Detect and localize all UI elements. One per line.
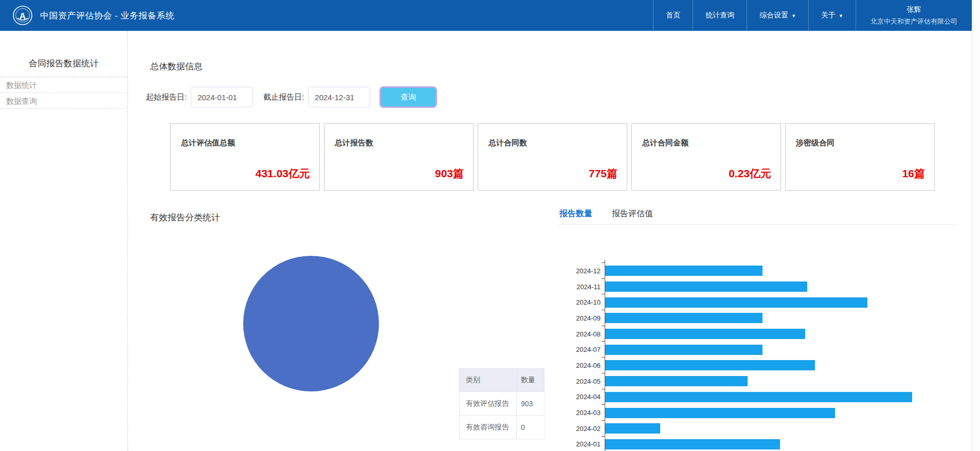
bar-track (605, 266, 955, 276)
bar-track (605, 313, 955, 323)
bar-value-fill[interactable] (605, 297, 867, 308)
main-content: 总体数据信息 起始报告日: 截止报告日: 查询 总计评估值总额431.03亿元总… (129, 31, 972, 451)
bar-track (605, 408, 955, 418)
bar-category-label: 2024-01 (569, 440, 601, 448)
axis-tick (602, 278, 605, 279)
nav-item-label: 首页 (666, 11, 680, 20)
bar-category-label: 2024-08 (569, 330, 601, 338)
axis-tick (602, 420, 605, 421)
bar-row-2024-11: 2024-11 (569, 279, 959, 295)
tab-1[interactable]: 报告数量 (559, 209, 592, 219)
bar-row-2024-10: 2024-10 (569, 294, 959, 310)
axis-tick (602, 357, 605, 358)
stat-card-2: 总计报告数903篇 (324, 123, 474, 191)
stat-card-value: 0.23亿元 (729, 166, 771, 181)
sidebar-item-1[interactable]: 数据统计 (0, 77, 128, 93)
axis-tick (602, 389, 605, 389)
main-nav: 首页统计查询综合设置▼关于▼ (653, 0, 856, 31)
sidebar-item-2[interactable]: 数据查询 (0, 93, 128, 109)
bar-row-2024-05: 2024-05 (569, 373, 959, 389)
bar-row-2024-04: 2024-04 (569, 389, 959, 405)
brand: A 中国资产评估协会 - 业务报备系统 (12, 0, 175, 31)
axis-tick (602, 404, 605, 405)
stat-card-1: 总计评估值总额431.03亿元 (170, 123, 320, 191)
end-date-label: 截止报告日: (263, 92, 304, 102)
nav-item-2[interactable]: 统计查询 (693, 0, 747, 31)
nav-item-label: 关于 (821, 11, 836, 20)
bar-value-fill[interactable] (605, 313, 763, 323)
legend-row: 有效评估报告903 (460, 392, 545, 416)
axis-tick (602, 373, 605, 373)
bar-category-label: 2024-10 (569, 298, 601, 306)
bar-row-2024-09: 2024-09 (569, 310, 959, 326)
bar-value-fill[interactable] (605, 439, 780, 449)
nav-item-3[interactable]: 综合设置▼ (747, 0, 808, 31)
tab-2[interactable]: 报告评估值 (612, 209, 653, 219)
stat-card-title: 总计评估值总额 (181, 138, 235, 148)
bar-track (605, 392, 955, 402)
date-filter-row: 起始报告日: 截止报告日: 查询 (146, 86, 437, 108)
nav-item-4[interactable]: 关于▼ (808, 0, 856, 31)
bar-value-fill[interactable] (605, 408, 835, 418)
end-date-input[interactable] (308, 87, 370, 107)
stat-card-value: 903篇 (435, 166, 464, 181)
nav-item-1[interactable]: 首页 (653, 0, 693, 31)
bar-value-fill[interactable] (605, 345, 763, 355)
stat-card-title: 涉密级合同 (796, 138, 834, 148)
axis-tick (602, 341, 605, 342)
stat-card-3: 总计合同数775篇 (478, 123, 627, 191)
page-scrollbar[interactable] (972, 0, 980, 451)
pie-chart (243, 256, 379, 391)
legend-col-header: 类别 (460, 369, 517, 392)
bar-value-fill[interactable] (605, 281, 807, 292)
bar-track (605, 423, 955, 434)
bar-track (605, 439, 955, 449)
bar-category-label: 2024-06 (569, 362, 601, 369)
caret-down-icon: ▼ (791, 13, 796, 18)
user-company: 北京中天和资产评估有限公司 (870, 17, 957, 26)
bar-track (605, 297, 955, 308)
bar-row-2024-03: 2024-03 (569, 405, 959, 421)
bar-value-fill[interactable] (605, 266, 763, 276)
axis-tick (602, 294, 605, 294)
bar-category-label: 2024-12 (569, 267, 601, 275)
bar-row-2024-08: 2024-08 (569, 326, 959, 342)
pie-legend-table: 类别数量 有效评估报告903有效咨询报告0 (459, 368, 545, 439)
bar-value-fill[interactable] (605, 392, 912, 402)
axis-tick (602, 310, 605, 310)
axis-tick (602, 326, 605, 326)
legend-count: 903 (517, 392, 545, 416)
bar-chart: 2024-122024-112024-102024-092024-082024-… (569, 260, 959, 451)
sidebar: 合同报告数据统计 数据统计数据查询 (0, 31, 128, 451)
nav-item-label: 统计查询 (705, 11, 734, 20)
caret-down-icon: ▼ (839, 13, 843, 18)
bar-row-2024-02: 2024-02 (569, 421, 959, 437)
bar-row-2024-07: 2024-07 (569, 342, 959, 358)
bar-category-label: 2024-09 (569, 314, 601, 322)
caea-logo-icon: A (12, 5, 33, 26)
bar-category-label: 2024-04 (569, 393, 601, 401)
chart-tabs: 报告数量报告评估值 (559, 209, 653, 219)
stat-card-value: 16篇 (902, 166, 925, 181)
bar-value-fill[interactable] (605, 329, 805, 339)
bar-track (605, 329, 955, 339)
bar-track (605, 281, 955, 292)
bar-value-fill[interactable] (605, 423, 660, 434)
stat-card-title: 总计合同金额 (642, 138, 688, 148)
user-block[interactable]: 张辉 北京中天和资产评估有限公司 (856, 0, 972, 31)
start-date-label: 起始报告日: (146, 92, 187, 102)
legend-category: 有效评估报告 (460, 392, 517, 416)
legend-count: 0 (517, 416, 545, 439)
bar-value-fill[interactable] (605, 376, 748, 386)
stat-card-title: 总计合同数 (488, 138, 527, 148)
top-navbar: A 中国资产评估协会 - 业务报备系统 首页统计查询综合设置▼关于▼ 张辉 北京… (0, 0, 972, 31)
bar-category-label: 2024-02 (569, 425, 601, 433)
bar-category-label: 2024-05 (569, 378, 601, 385)
query-button[interactable]: 查询 (379, 86, 437, 108)
axis-tick (602, 436, 605, 437)
bar-value-fill[interactable] (605, 360, 815, 370)
bar-row-2024-01: 2024-01 (569, 437, 959, 451)
user-name: 张辉 (907, 5, 921, 14)
start-date-input[interactable] (191, 87, 253, 107)
legend-col-header: 数量 (517, 369, 545, 392)
